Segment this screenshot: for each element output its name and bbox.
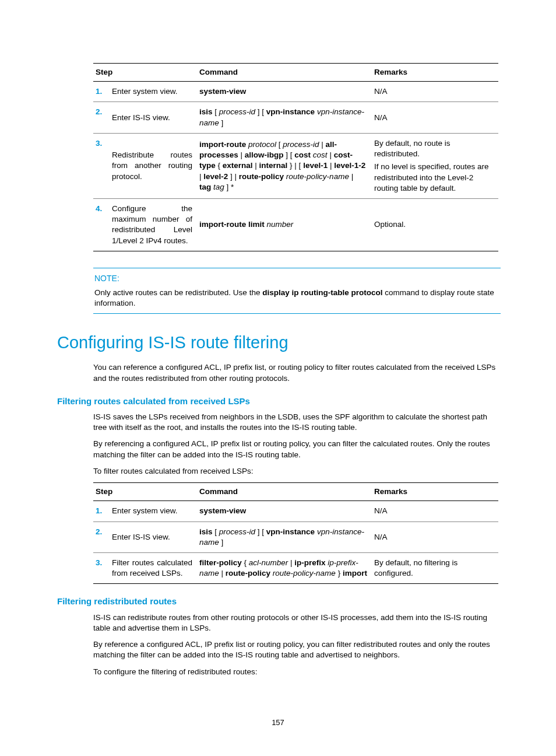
table-row: 1. Enter system view. system-view N/A	[93, 82, 498, 102]
note-body: Only active routes can be redistributed.…	[94, 288, 499, 309]
subheading-received-lsps: Filtering routes calculated from receive…	[57, 396, 499, 407]
paragraph: To filter routes calculated from receive…	[93, 466, 498, 477]
step-desc: Redistribute routes from another routing…	[110, 133, 197, 198]
step-number: 3.	[93, 133, 110, 198]
table-row: 2. Enter IS-IS view. isis [ process-id ]…	[93, 522, 498, 552]
step-command: isis [ process-id ] [ vpn-instance vpn-i…	[197, 102, 372, 133]
step-desc: Enter system view.	[110, 82, 197, 102]
paragraph: IS-IS saves the LSPs received from neigh…	[93, 412, 498, 433]
step-desc: Configure the maximum number of redistri…	[110, 198, 197, 251]
table-row: 4. Configure the maximum number of redis…	[93, 198, 498, 251]
step-command: import-route limit number	[197, 198, 372, 251]
step-number: 1.	[93, 82, 110, 102]
step-remark: N/A	[372, 501, 498, 522]
th-command: Command	[197, 483, 372, 501]
step-number: 2.	[93, 102, 110, 133]
filter-lsp-table: Step Command Remarks 1. Enter system vie…	[93, 482, 498, 584]
section1-body: IS-IS saves the LSPs received from neigh…	[93, 412, 498, 477]
note-label: NOTE:	[94, 273, 499, 284]
page-number: 157	[0, 718, 556, 728]
paragraph: By referencing a configured ACL, IP pref…	[93, 439, 498, 460]
page: Step Command Remarks 1. Enter system vie…	[0, 0, 556, 756]
redistribute-table: Step Command Remarks 1. Enter system vie…	[93, 63, 498, 251]
step-desc: Enter IS-IS view.	[110, 522, 197, 552]
th-step: Step	[93, 64, 197, 82]
step-command: isis [ process-id ] [ vpn-instance vpn-i…	[197, 522, 372, 552]
th-command: Command	[197, 64, 372, 82]
step-command: system-view	[197, 82, 372, 102]
step-number: 4.	[93, 198, 110, 251]
table-row: 2. Enter IS-IS view. isis [ process-id ]…	[93, 102, 498, 133]
th-remarks: Remarks	[372, 64, 498, 82]
step-number: 2.	[93, 522, 110, 552]
table-row: 3. Redistribute routes from another rout…	[93, 133, 498, 198]
step-command: filter-policy { acl-number | ip-prefix i…	[197, 552, 372, 583]
step-number: 3.	[93, 552, 110, 583]
th-step: Step	[93, 483, 197, 501]
step-remark: N/A	[372, 102, 498, 133]
step-remark: N/A	[372, 522, 498, 552]
step-remark: N/A	[372, 82, 498, 102]
subheading-redistributed: Filtering redistributed routes	[57, 596, 499, 607]
step-number: 1.	[93, 501, 110, 522]
step-desc: Enter IS-IS view.	[110, 102, 197, 133]
step-remark: Optional.	[372, 198, 498, 251]
paragraph: IS-IS can redistribute routes from other…	[93, 612, 498, 634]
step-command: import-route protocol [ process-id | all…	[197, 133, 372, 198]
step-remark: By default, no filtering is configured.	[372, 552, 498, 583]
step-desc: Filter routes calculated from received L…	[110, 552, 197, 583]
note-box: NOTE: Only active routes can be redistri…	[93, 268, 501, 314]
table-row: 3. Filter routes calculated from receive…	[93, 552, 498, 583]
table-row: 1. Enter system view. system-view N/A	[93, 501, 498, 522]
paragraph: To configure the filtering of redistribu…	[93, 667, 498, 677]
step-desc: Enter system view.	[110, 501, 197, 522]
step-remark: By default, no route is redistributed.If…	[372, 133, 498, 198]
section2-body: IS-IS can redistribute routes from other…	[93, 612, 498, 677]
paragraph: By reference a configured ACL, IP prefix…	[93, 639, 498, 660]
step-command: system-view	[197, 501, 372, 522]
intro-text: You can reference a configured ACL, IP p…	[93, 362, 498, 383]
heading-route-filtering: Configuring IS-IS route filtering	[57, 331, 499, 354]
paragraph: You can reference a configured ACL, IP p…	[93, 362, 498, 383]
th-remarks: Remarks	[372, 483, 498, 501]
